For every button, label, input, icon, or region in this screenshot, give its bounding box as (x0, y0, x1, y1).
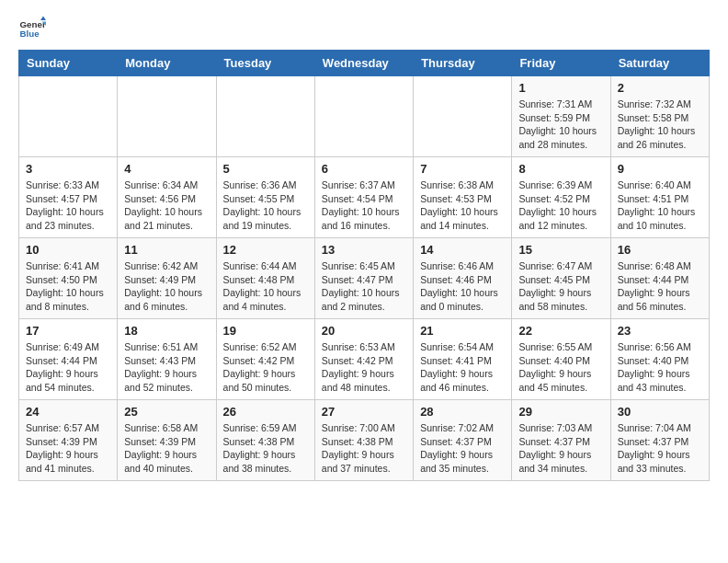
day-number: 20 (322, 324, 406, 338)
day-cell (118, 76, 216, 157)
day-info: Sunrise: 6:48 AMSunset: 4:44 PMDaylight:… (618, 259, 702, 314)
day-number: 23 (618, 324, 702, 338)
day-cell: 1Sunrise: 7:31 AMSunset: 5:59 PMDaylight… (512, 76, 610, 157)
day-cell: 2Sunrise: 7:32 AMSunset: 5:58 PMDaylight… (610, 76, 709, 157)
day-cell: 8Sunrise: 6:39 AMSunset: 4:52 PMDaylight… (512, 157, 610, 238)
calendar-page: General Blue SundayMondayTuesdayWednesda… (0, 0, 728, 496)
week-row-5: 24Sunrise: 6:57 AMSunset: 4:39 PMDayligh… (19, 400, 710, 481)
day-info: Sunrise: 6:58 AMSunset: 4:39 PMDaylight:… (124, 421, 209, 476)
day-cell: 13Sunrise: 6:45 AMSunset: 4:47 PMDayligh… (314, 238, 413, 319)
day-number: 19 (223, 324, 308, 338)
logo: General Blue (18, 15, 50, 42)
day-info: Sunrise: 6:49 AMSunset: 4:44 PMDaylight:… (26, 340, 110, 395)
calendar-header: SundayMondayTuesdayWednesdayThursdayFrid… (19, 51, 710, 76)
col-header-wednesday: Wednesday (314, 51, 413, 76)
day-info: Sunrise: 6:45 AMSunset: 4:47 PMDaylight:… (322, 259, 406, 314)
day-number: 26 (223, 405, 308, 419)
day-info: Sunrise: 6:56 AMSunset: 4:40 PMDaylight:… (618, 340, 702, 395)
day-cell: 23Sunrise: 6:56 AMSunset: 4:40 PMDayligh… (610, 319, 709, 400)
week-row-4: 17Sunrise: 6:49 AMSunset: 4:44 PMDayligh… (19, 319, 710, 400)
day-number: 5 (223, 162, 308, 176)
day-info: Sunrise: 7:00 AMSunset: 4:38 PMDaylight:… (322, 421, 406, 476)
day-cell: 7Sunrise: 6:38 AMSunset: 4:53 PMDaylight… (414, 157, 512, 238)
day-cell: 22Sunrise: 6:55 AMSunset: 4:40 PMDayligh… (512, 319, 610, 400)
col-header-tuesday: Tuesday (216, 51, 314, 76)
day-cell: 30Sunrise: 7:04 AMSunset: 4:37 PMDayligh… (610, 400, 709, 481)
day-info: Sunrise: 7:03 AMSunset: 4:37 PMDaylight:… (518, 421, 603, 476)
day-number: 1 (518, 81, 603, 95)
day-number: 15 (518, 243, 603, 257)
day-number: 11 (124, 243, 209, 257)
day-cell: 10Sunrise: 6:41 AMSunset: 4:50 PMDayligh… (19, 238, 118, 319)
day-number: 27 (322, 405, 406, 419)
day-cell: 29Sunrise: 7:03 AMSunset: 4:37 PMDayligh… (512, 400, 610, 481)
calendar-body: 1Sunrise: 7:31 AMSunset: 5:59 PMDaylight… (19, 76, 710, 481)
day-info: Sunrise: 6:55 AMSunset: 4:40 PMDaylight:… (518, 340, 603, 395)
day-cell: 12Sunrise: 6:44 AMSunset: 4:48 PMDayligh… (216, 238, 314, 319)
day-number: 17 (26, 324, 110, 338)
day-info: Sunrise: 6:38 AMSunset: 4:53 PMDaylight:… (420, 178, 505, 233)
day-info: Sunrise: 7:04 AMSunset: 4:37 PMDaylight:… (618, 421, 702, 476)
day-number: 4 (124, 162, 209, 176)
day-info: Sunrise: 6:47 AMSunset: 4:45 PMDaylight:… (518, 259, 603, 314)
day-info: Sunrise: 6:34 AMSunset: 4:56 PMDaylight:… (124, 178, 209, 233)
day-number: 18 (124, 324, 209, 338)
day-number: 16 (618, 243, 702, 257)
day-info: Sunrise: 6:51 AMSunset: 4:43 PMDaylight:… (124, 340, 209, 395)
day-cell: 27Sunrise: 7:00 AMSunset: 4:38 PMDayligh… (314, 400, 413, 481)
day-cell: 16Sunrise: 6:48 AMSunset: 4:44 PMDayligh… (610, 238, 709, 319)
day-cell: 19Sunrise: 6:52 AMSunset: 4:42 PMDayligh… (216, 319, 314, 400)
col-header-sunday: Sunday (19, 51, 118, 76)
day-info: Sunrise: 6:37 AMSunset: 4:54 PMDaylight:… (322, 178, 406, 233)
day-info: Sunrise: 6:36 AMSunset: 4:55 PMDaylight:… (223, 178, 308, 233)
logo-icon: General Blue (18, 15, 46, 42)
day-cell: 5Sunrise: 6:36 AMSunset: 4:55 PMDaylight… (216, 157, 314, 238)
day-number: 8 (518, 162, 603, 176)
header: General Blue (18, 15, 710, 42)
svg-text:General: General (20, 19, 47, 29)
day-number: 13 (322, 243, 406, 257)
week-row-3: 10Sunrise: 6:41 AMSunset: 4:50 PMDayligh… (19, 238, 710, 319)
day-cell: 28Sunrise: 7:02 AMSunset: 4:37 PMDayligh… (414, 400, 512, 481)
day-cell: 24Sunrise: 6:57 AMSunset: 4:39 PMDayligh… (19, 400, 118, 481)
calendar-table: SundayMondayTuesdayWednesdayThursdayFrid… (18, 50, 710, 481)
day-cell: 17Sunrise: 6:49 AMSunset: 4:44 PMDayligh… (19, 319, 118, 400)
day-info: Sunrise: 6:46 AMSunset: 4:46 PMDaylight:… (420, 259, 505, 314)
day-number: 22 (518, 324, 603, 338)
day-cell: 9Sunrise: 6:40 AMSunset: 4:51 PMDaylight… (610, 157, 709, 238)
day-number: 9 (618, 162, 702, 176)
day-number: 28 (420, 405, 505, 419)
day-number: 12 (223, 243, 308, 257)
day-cell: 21Sunrise: 6:54 AMSunset: 4:41 PMDayligh… (414, 319, 512, 400)
day-cell: 14Sunrise: 6:46 AMSunset: 4:46 PMDayligh… (414, 238, 512, 319)
day-info: Sunrise: 6:52 AMSunset: 4:42 PMDaylight:… (223, 340, 308, 395)
day-number: 25 (124, 405, 209, 419)
col-header-thursday: Thursday (414, 51, 512, 76)
day-number: 29 (518, 405, 603, 419)
day-cell: 25Sunrise: 6:58 AMSunset: 4:39 PMDayligh… (118, 400, 216, 481)
day-info: Sunrise: 6:42 AMSunset: 4:49 PMDaylight:… (124, 259, 209, 314)
day-info: Sunrise: 7:02 AMSunset: 4:37 PMDaylight:… (420, 421, 505, 476)
day-number: 10 (26, 243, 110, 257)
week-row-1: 1Sunrise: 7:31 AMSunset: 5:59 PMDaylight… (19, 76, 710, 157)
day-number: 2 (618, 81, 702, 95)
day-cell: 11Sunrise: 6:42 AMSunset: 4:49 PMDayligh… (118, 238, 216, 319)
day-info: Sunrise: 6:41 AMSunset: 4:50 PMDaylight:… (26, 259, 110, 314)
day-number: 21 (420, 324, 505, 338)
day-cell: 6Sunrise: 6:37 AMSunset: 4:54 PMDaylight… (314, 157, 413, 238)
day-cell: 20Sunrise: 6:53 AMSunset: 4:42 PMDayligh… (314, 319, 413, 400)
svg-text:Blue: Blue (20, 29, 40, 39)
day-cell: 18Sunrise: 6:51 AMSunset: 4:43 PMDayligh… (118, 319, 216, 400)
day-cell (216, 76, 314, 157)
day-cell (19, 76, 118, 157)
day-cell: 26Sunrise: 6:59 AMSunset: 4:38 PMDayligh… (216, 400, 314, 481)
day-info: Sunrise: 6:44 AMSunset: 4:48 PMDaylight:… (223, 259, 308, 314)
day-cell (314, 76, 413, 157)
day-info: Sunrise: 7:31 AMSunset: 5:59 PMDaylight:… (518, 98, 603, 152)
day-number: 14 (420, 243, 505, 257)
day-info: Sunrise: 6:53 AMSunset: 4:42 PMDaylight:… (322, 340, 406, 395)
col-header-friday: Friday (512, 51, 610, 76)
day-cell (414, 76, 512, 157)
week-row-2: 3Sunrise: 6:33 AMSunset: 4:57 PMDaylight… (19, 157, 710, 238)
day-info: Sunrise: 7:32 AMSunset: 5:58 PMDaylight:… (618, 98, 702, 152)
